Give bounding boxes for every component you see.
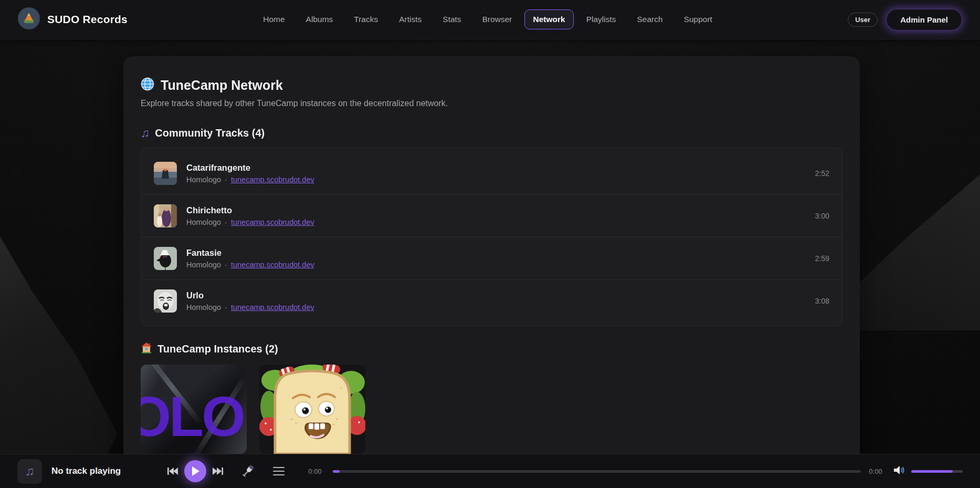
nav-item-network[interactable]: Network [524,9,573,29]
seek-bar[interactable] [333,470,861,473]
track-source-link[interactable]: tunecamp.scobrudot.dev [231,303,314,312]
track-source-link[interactable]: tunecamp.scobrudot.dev [231,261,314,269]
separator-dot: · [225,218,227,226]
play-button[interactable] [184,460,206,482]
track-meta: Urlo Homologo·tunecamp.scobrudot.dev [186,290,815,312]
instance-artwork-homologo: OLO [141,365,247,454]
next-track-button[interactable] [212,466,224,476]
track-subtitle: Homologo·tunecamp.scobrudot.dev [186,175,815,184]
track-artwork-scream-icon [154,289,177,313]
instance-artwork-sandwich [259,447,365,454]
track-title: Urlo [186,290,815,300]
page-title: TuneCamp Network [161,78,283,93]
brand-name: SUDO Records [47,13,128,26]
previous-track-button[interactable] [167,466,178,476]
top-navbar: SUDO Records Home Albums Tracks Artists … [0,0,980,39]
track-meta: Catarifrangente Homologo·tunecamp.scobru… [186,163,815,184]
nav-item-stats[interactable]: Stats [434,9,469,29]
track-source-link[interactable]: tunecamp.scobrudot.dev [231,218,314,226]
track-meta: Chirichetto Homologo·tunecamp.scobrudot.… [186,205,815,226]
nav-item-playlists[interactable]: Playlists [578,9,625,29]
community-track-list: Catarifrangente Homologo·tunecamp.scobru… [141,148,842,326]
total-time: 0:00 [865,468,886,475]
now-playing-status: No track playing [51,466,141,476]
network-page-card: TuneCamp Network Explore tracks shared b… [123,56,860,488]
nav-item-browser[interactable]: Browser [474,9,521,29]
now-playing-artwork: ♫ [17,459,42,484]
nav-item-artists[interactable]: Artists [391,9,430,29]
track-subtitle: Homologo·tunecamp.scobrudot.dev [186,218,815,226]
nav-item-home[interactable]: Home [255,9,293,29]
page-title-row: TuneCamp Network [141,77,842,93]
separator-dot: · [225,303,227,312]
artwork-text: OLO [141,383,244,449]
instance-card-homologo[interactable]: OLO [141,365,247,454]
separator-dot: · [225,175,227,184]
track-row-urlo[interactable]: Urlo Homologo·tunecamp.scobrudot.dev 3:0… [141,279,842,322]
track-subtitle: Homologo·tunecamp.scobrudot.dev [186,261,815,269]
track-source-link[interactable]: tunecamp.scobrudot.dev [231,175,314,184]
track-meta: Fantasie Homologo·tunecamp.scobrudot.dev [186,248,815,269]
track-title: Chirichetto [186,205,815,215]
track-artist: Homologo [186,175,221,184]
track-artist: Homologo [186,303,221,312]
music-notes-icon: ♫ [141,127,150,139]
navbar-right-group: User Admin Panel [848,9,962,30]
microphone-button[interactable] [240,464,255,479]
volume-icon [893,465,905,477]
seek-bar-fill [333,470,340,473]
nav-item-search[interactable]: Search [629,9,671,29]
track-artist: Homologo [186,218,221,226]
nav-item-albums[interactable]: Albums [298,9,342,29]
instance-card-sandwich[interactable] [259,365,365,454]
instances-heading: TuneCamp Instances (2) [157,343,278,355]
admin-panel-button[interactable]: Admin Panel [886,9,962,30]
nav-item-support[interactable]: Support [676,9,721,29]
house-icon [141,342,152,356]
community-tracks-header: ♫ Community Tracks (4) [141,127,842,139]
track-duration: 3:00 [815,212,829,220]
track-duration: 3:08 [815,297,829,305]
volume-slider[interactable] [911,470,963,473]
community-tracks-heading: Community Tracks (4) [155,127,265,139]
track-title: Catarifrangente [186,163,815,173]
track-artwork-bird-icon [154,247,177,270]
instances-header: TuneCamp Instances (2) [141,342,842,356]
track-row-chirichetto[interactable]: Chirichetto Homologo·tunecamp.scobrudot.… [141,194,842,237]
separator-dot: · [225,261,227,269]
track-duration: 2:59 [815,254,829,263]
instance-grid: OLO [141,365,842,454]
track-artist: Homologo [186,261,221,269]
volume-slider-fill [911,470,953,473]
track-artwork-church-icon [154,204,177,227]
nav-item-tracks[interactable]: Tracks [345,9,386,29]
track-duration: 2:52 [815,169,829,178]
track-row-fantasie[interactable]: Fantasie Homologo·tunecamp.scobrudot.dev… [141,237,842,279]
play-icon [191,466,200,476]
track-artwork-sea-icon [154,162,177,185]
player-bar: ♫ No track playing [0,454,980,488]
current-time: 0:00 [304,468,325,475]
globe-icon [141,77,154,93]
track-subtitle: Homologo·tunecamp.scobrudot.dev [186,303,815,312]
music-note-icon: ♫ [25,464,35,479]
track-title: Fantasie [186,248,815,258]
main-nav: Home Albums Tracks Artists Stats Browser… [255,9,721,29]
brand[interactable]: SUDO Records [18,7,128,32]
page-subtitle: Explore tracks shared by other TuneCamp … [141,99,842,108]
queue-button[interactable] [273,467,284,476]
track-row-catarifrangente[interactable]: Catarifrangente Homologo·tunecamp.scobru… [141,152,842,194]
user-badge[interactable]: User [848,13,878,27]
brand-logo-icon [18,7,40,32]
